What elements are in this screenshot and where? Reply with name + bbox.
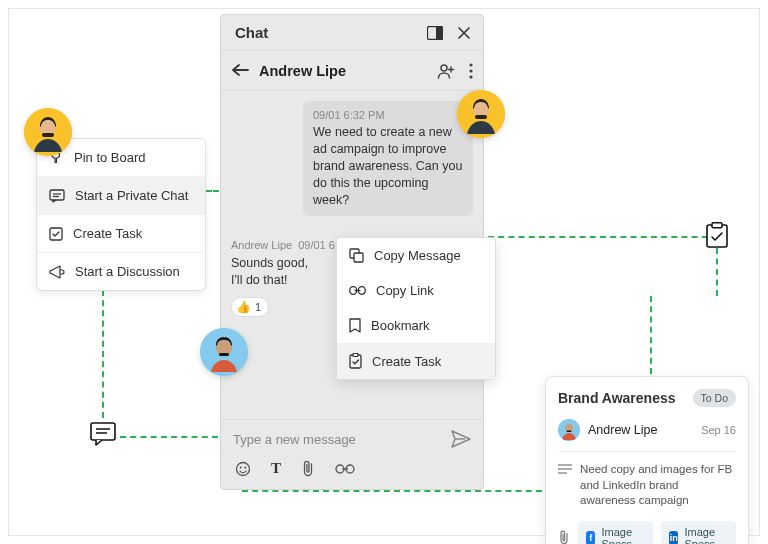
message-text: We need to create a new ad campaign to i… (313, 124, 463, 208)
close-icon[interactable] (457, 26, 471, 40)
linkedin-icon: in (669, 531, 678, 544)
menu-item-copy-message[interactable]: Copy Message (337, 238, 495, 273)
svg-rect-34 (475, 115, 487, 119)
avatar (200, 328, 248, 376)
task-date: Sep 16 (701, 424, 736, 436)
message-bubble-1[interactable]: 09/01 6:32 PM We need to create a new ad… (303, 101, 473, 216)
menu-label: Bookmark (371, 318, 430, 333)
connector (242, 490, 552, 492)
attachment-chip-linkedin[interactable]: in Image Specs (661, 521, 736, 544)
menu-label: Copy Link (376, 283, 434, 298)
back-button[interactable] (231, 62, 249, 80)
svg-point-2 (441, 65, 447, 71)
menu-item-create-task[interactable]: Create Task (37, 214, 205, 252)
svg-rect-42 (712, 223, 722, 228)
menu-label: Create Task (372, 354, 441, 369)
message-input[interactable]: Type a new message (233, 432, 451, 447)
task-node-icon (706, 222, 728, 252)
avatar (24, 108, 72, 156)
chat-node-icon (90, 422, 116, 450)
divider (558, 451, 736, 452)
menu-item-discussion[interactable]: Start a Discussion (37, 252, 205, 290)
reaction-chip[interactable]: 👍 1 (231, 297, 269, 317)
add-person-icon[interactable] (437, 63, 455, 79)
avatar (558, 419, 580, 441)
task-status-badge[interactable]: To Do (693, 389, 736, 407)
menu-label: Pin to Board (74, 150, 146, 165)
svg-rect-31 (42, 133, 54, 137)
chat-title: Chat (235, 24, 268, 41)
svg-rect-28 (50, 228, 62, 240)
svg-point-14 (244, 466, 246, 468)
emoji-icon[interactable] (235, 461, 251, 477)
message-context-menu: Copy Message Copy Link Bookmark Create T… (336, 237, 496, 380)
message-timestamp: 09/01 6:32 PM (313, 109, 463, 121)
svg-point-4 (469, 69, 472, 72)
task-card[interactable]: Brand Awareness To Do Andrew Lipe Sep 16… (545, 376, 749, 544)
menu-label: Copy Message (374, 248, 461, 263)
avatar (457, 90, 505, 138)
more-vertical-icon[interactable] (469, 63, 473, 79)
svg-rect-1 (436, 26, 443, 39)
chat-titlebar: Chat (221, 15, 483, 51)
link-icon[interactable] (335, 464, 355, 474)
menu-label: Start a Private Chat (75, 188, 188, 203)
chip-label: Image Specs (684, 526, 728, 544)
task-description: Need copy and images for FB and LinkedIn… (580, 462, 736, 509)
reaction-count: 1 (255, 301, 261, 313)
svg-point-3 (469, 63, 472, 66)
send-icon[interactable] (451, 430, 471, 448)
connector (102, 290, 104, 418)
chat-input-area: Type a new message T (221, 419, 483, 489)
attachment-icon[interactable] (301, 460, 315, 477)
svg-rect-37 (219, 353, 229, 356)
connector (488, 236, 718, 238)
facebook-icon: f (586, 531, 595, 544)
menu-item-private-chat[interactable]: Start a Private Chat (37, 176, 205, 214)
message-text: Sounds good, I'll do that! (231, 255, 321, 289)
menu-label: Create Task (73, 226, 142, 241)
svg-rect-24 (353, 354, 358, 357)
task-assignee: Andrew Lipe (588, 423, 693, 437)
dock-icon[interactable] (427, 26, 443, 40)
attachment-icon (558, 530, 570, 544)
description-icon (558, 464, 572, 509)
svg-point-5 (469, 75, 472, 78)
menu-label: Start a Discussion (75, 264, 180, 279)
thumbs-up-icon: 👍 (236, 300, 251, 314)
chat-header: Andrew Lipe (221, 51, 483, 91)
attachment-chip-fb[interactable]: f Image Specs (578, 521, 653, 544)
task-title: Brand Awareness (558, 390, 676, 406)
message-author: Andrew Lipe (231, 239, 292, 251)
svg-rect-25 (50, 190, 64, 200)
user-context-menu: Pin to Board Start a Private Chat Create… (36, 138, 206, 291)
svg-rect-19 (354, 253, 363, 262)
svg-rect-38 (91, 423, 115, 440)
menu-item-create-task[interactable]: Create Task (337, 343, 495, 379)
chip-label: Image Specs (601, 526, 645, 544)
menu-item-bookmark[interactable]: Bookmark (337, 308, 495, 343)
svg-point-13 (240, 466, 242, 468)
connector (716, 248, 718, 296)
text-format-icon[interactable]: T (271, 460, 281, 477)
svg-rect-45 (567, 431, 572, 433)
chat-contact-name: Andrew Lipe (259, 63, 427, 79)
connector (650, 296, 652, 374)
menu-item-copy-link[interactable]: Copy Link (337, 273, 495, 308)
svg-point-12 (237, 462, 250, 475)
connector (120, 436, 218, 438)
